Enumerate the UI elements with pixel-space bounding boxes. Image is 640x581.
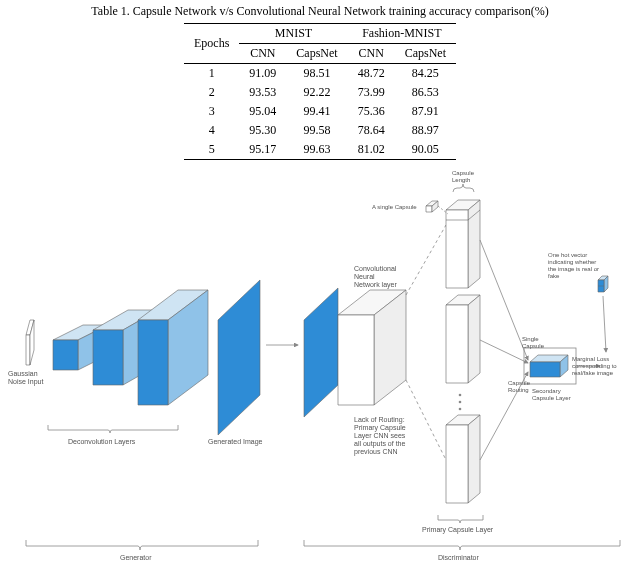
svg-marker-22 [446, 210, 468, 288]
cell: 73.99 [348, 83, 395, 102]
label-marginal: Marginal Loss corresponding to real/fake… [572, 356, 617, 377]
svg-marker-21 [468, 200, 480, 288]
cell: 95.30 [239, 121, 286, 140]
gaussian-noise-plane [26, 320, 34, 365]
th-fmnist: Fashion-MNIST [348, 24, 456, 44]
svg-marker-17 [338, 315, 374, 405]
svg-marker-43 [530, 362, 560, 377]
label-secondary: Secondary Capsule Layer [532, 388, 571, 402]
svg-marker-32 [468, 415, 480, 503]
svg-marker-8 [93, 330, 123, 385]
disc-input-plane [304, 288, 338, 417]
svg-marker-26 [468, 295, 480, 383]
th-mnist: MNIST [239, 24, 347, 44]
label-convnet: Convolutional Neural Network layer [354, 265, 397, 289]
label-deconv: Deconvolution Layers [68, 438, 135, 446]
table-caption: Table 1. Capsule Network v/s Convolution… [8, 4, 632, 19]
cell: 5 [184, 140, 239, 160]
cell: 84.25 [395, 64, 456, 84]
cell: 48.72 [348, 64, 395, 84]
svg-point-28 [459, 394, 462, 397]
label-caplen: Capsule Length [452, 170, 474, 184]
cell: 98.51 [286, 64, 347, 84]
primary-capsule-2 [446, 295, 480, 383]
cell: 75.36 [348, 102, 395, 121]
accuracy-table: Epochs MNIST Fashion-MNIST CNN CapsNet C… [184, 23, 456, 160]
cell: 93.53 [239, 83, 286, 102]
svg-line-38 [480, 240, 528, 360]
conv-layer-cube [338, 290, 406, 405]
cell: 2 [184, 83, 239, 102]
svg-line-50 [603, 296, 606, 352]
label-singlecap-small: A single Capsule [372, 204, 417, 211]
cell: 99.58 [286, 121, 347, 140]
th-caps2: CapsNet [395, 44, 456, 64]
svg-marker-35 [426, 206, 432, 212]
label-generator: Generator [120, 554, 152, 562]
cell: 1 [184, 64, 239, 84]
architecture-figure: Gaussian Noise Input Deconvolution Layer… [8, 170, 632, 570]
cell: 91.09 [239, 64, 286, 84]
svg-marker-27 [446, 305, 468, 383]
cell: 87.91 [395, 102, 456, 121]
svg-line-19 [406, 380, 446, 460]
cell: 95.04 [239, 102, 286, 121]
svg-marker-14 [304, 288, 338, 417]
cell: 81.02 [348, 140, 395, 160]
svg-point-29 [459, 401, 462, 404]
label-singlecap: Single Capsule [522, 336, 544, 350]
cell: 90.05 [395, 140, 456, 160]
single-capsule-mini [426, 201, 438, 212]
cell: 78.64 [348, 121, 395, 140]
svg-marker-5 [53, 340, 78, 370]
cell: 4 [184, 121, 239, 140]
th-cnn1: CNN [239, 44, 286, 64]
cell: 88.97 [395, 121, 456, 140]
label-genimg: Generated Image [208, 438, 262, 446]
primary-capsule-3 [446, 415, 480, 503]
svg-line-39 [480, 340, 528, 363]
cell: 86.53 [395, 83, 456, 102]
primary-capsule-1 [446, 200, 480, 288]
label-primary: Primary Capsule Layer [422, 526, 493, 534]
cell: 99.63 [286, 140, 347, 160]
svg-line-18 [406, 225, 446, 295]
th-cnn2: CNN [348, 44, 395, 64]
figure-svg [8, 170, 632, 570]
deconv-cube-3 [138, 290, 208, 405]
onehot-box [598, 276, 608, 292]
svg-marker-11 [138, 320, 168, 405]
th-caps1: CapsNet [286, 44, 347, 64]
cell: 95.17 [239, 140, 286, 160]
label-onehot: One hot vector indicating whether the im… [548, 252, 599, 280]
svg-point-30 [459, 408, 462, 411]
label-noroute: Lack of Routing: Primary Capsule Layer C… [354, 416, 406, 456]
cell: 92.22 [286, 83, 347, 102]
cell: 3 [184, 102, 239, 121]
label-caproute: Capsule Routing [508, 380, 530, 394]
th-epochs: Epochs [184, 24, 239, 64]
svg-marker-1 [26, 335, 30, 365]
secondary-capsule [530, 355, 568, 377]
cell: 99.41 [286, 102, 347, 121]
label-gaussian: Gaussian Noise Input [8, 370, 43, 386]
label-discriminator: Discriminator [438, 554, 479, 562]
svg-marker-12 [218, 280, 260, 435]
generated-image-plane [218, 280, 260, 435]
svg-marker-33 [446, 425, 468, 503]
